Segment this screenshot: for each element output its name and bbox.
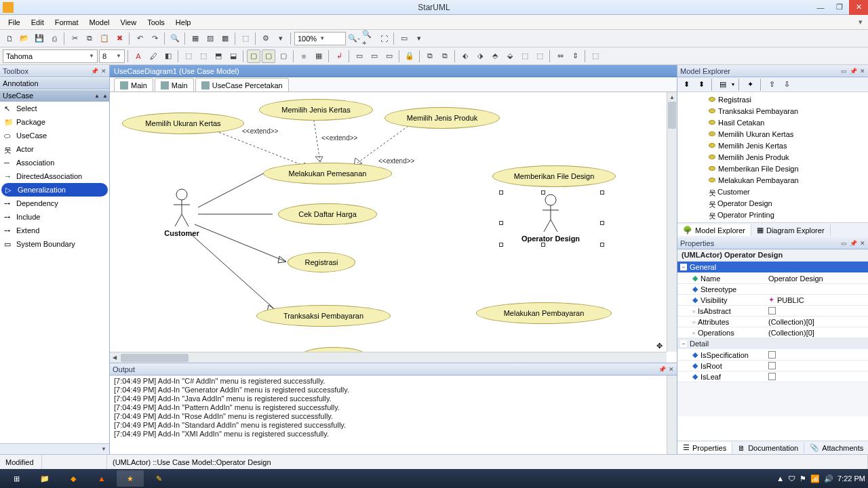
selection-handle[interactable] <box>499 190 503 195</box>
output-scrollbar[interactable] <box>667 375 677 454</box>
pin-icon[interactable]: 📌 <box>90 67 98 75</box>
group-3-button[interactable]: ▭ <box>382 49 396 63</box>
layer-1-button[interactable]: ⧉ <box>423 49 437 63</box>
usecase-section[interactable]: UseCase ▲ ▲ <box>0 89 109 102</box>
maximize-panel-icon[interactable]: ▭ <box>840 239 848 247</box>
copy-button[interactable]: ⧉ <box>83 32 96 45</box>
actor-customer[interactable]: Customer <box>164 188 199 237</box>
tree-item[interactable]: 웃Operator Printing <box>677 209 868 220</box>
checkbox[interactable] <box>768 362 776 369</box>
category-detail[interactable]: −Detail <box>677 338 868 350</box>
pin-icon[interactable]: 📌 <box>849 239 857 247</box>
scroll-up-icon[interactable]: ▲ <box>667 92 677 102</box>
prop-isspec-row[interactable]: ◆IsSpecification <box>677 350 868 361</box>
tree-item[interactable]: Memilih Ukuran Kertas <box>677 128 868 140</box>
fill-color-button[interactable]: 🖊 <box>146 49 160 63</box>
find-button[interactable]: 🔍 <box>168 32 182 45</box>
scroll-left-icon[interactable]: ◀ <box>110 354 119 361</box>
flag-icon[interactable]: ⚑ <box>800 474 806 483</box>
menu-help[interactable]: Help <box>170 17 197 28</box>
selection-handle[interactable] <box>541 243 545 247</box>
prop-isroot-row[interactable]: ◆IsRoot <box>677 361 868 371</box>
align-c-button[interactable]: ⬘ <box>488 49 502 63</box>
align-button-2[interactable]: ▦ <box>312 49 326 63</box>
system-tray[interactable]: ▲ 🛡 ⚑ 📶 🔊 7:22 PM <box>776 474 865 483</box>
menu-overflow-icon[interactable]: ▾ <box>856 18 865 26</box>
tool-button-5[interactable]: ⚙ <box>259 32 273 45</box>
group-1-button[interactable]: ▭ <box>353 49 366 63</box>
align-r-button[interactable]: ⬗ <box>473 49 487 63</box>
scroll-up-icon[interactable]: ▲ <box>94 93 100 99</box>
maximize-button[interactable]: ❐ <box>830 0 849 15</box>
task-file-explorer[interactable]: 📁 <box>31 470 58 487</box>
tree-item[interactable]: Hasil Cetakan <box>677 117 868 128</box>
checkbox[interactable] <box>768 351 776 359</box>
collapse-icon[interactable]: − <box>680 264 687 270</box>
selection-handle[interactable] <box>499 243 503 247</box>
usecase-melakukan-pemesanan[interactable]: Melakukan Pemesanan <box>263 163 392 184</box>
task-app-2[interactable]: ▲ <box>88 470 115 487</box>
collapse-icon[interactable]: − <box>680 340 687 347</box>
filter-button[interactable]: ▤ <box>717 79 729 91</box>
tab-documentation[interactable]: 🗎Documentation <box>732 443 804 453</box>
align-t-button[interactable]: ⬙ <box>503 49 517 63</box>
menu-model[interactable]: Model <box>84 17 115 28</box>
selection-handle[interactable] <box>600 243 604 247</box>
new-button[interactable]: 🗋 <box>3 32 16 45</box>
prop-attributes-row[interactable]: ▫Attributes(Collection)[0] <box>677 317 868 327</box>
usecase-memberikan-file-design[interactable]: Memberikan File Design <box>492 165 616 187</box>
category-general[interactable]: −General <box>677 262 868 273</box>
clock[interactable]: 7:22 PM <box>837 474 865 483</box>
task-staruml[interactable]: ★ <box>117 470 144 487</box>
style-1-button[interactable]: ⬚ <box>182 49 195 63</box>
dist-h-button[interactable]: ⇔ <box>553 49 567 63</box>
nav-down-button[interactable]: ⇩ <box>781 79 793 91</box>
checkbox[interactable] <box>768 373 776 380</box>
open-button[interactable]: 📂 <box>18 32 31 45</box>
usecase-memilih-jenis-kertas[interactable]: Memilih Jenis Kertas <box>259 99 373 121</box>
layer-2-button[interactable]: ⧉ <box>438 49 452 63</box>
font-size-combo[interactable]: 8 ▼ <box>99 49 125 63</box>
paste-button[interactable]: 📋 <box>98 32 111 45</box>
close-panel-icon[interactable]: ✕ <box>859 67 867 75</box>
style-4-button[interactable]: ⬓ <box>226 49 240 63</box>
menu-edit[interactable]: Edit <box>26 17 50 28</box>
shield-icon[interactable]: 🛡 <box>788 474 795 483</box>
tab-main-2[interactable]: Main <box>155 78 194 92</box>
annotation-section[interactable]: Annotation <box>0 77 109 89</box>
align-l-button[interactable]: ⬖ <box>458 49 472 63</box>
usecase-memilih-ukuran-kertas[interactable]: Memilih Ukuran Kertas <box>122 113 244 134</box>
lock-button[interactable]: 🔒 <box>403 49 416 63</box>
save-button[interactable]: 💾 <box>33 32 46 45</box>
menu-view[interactable]: View <box>115 17 142 28</box>
group-2-button[interactable]: ▭ <box>368 49 381 63</box>
tool-select[interactable]: ↖Select <box>0 102 109 115</box>
tool-actor[interactable]: 웃Actor <box>0 142 109 156</box>
task-app-1[interactable]: ◆ <box>60 470 87 487</box>
usecase-registrasi[interactable]: Registrasi <box>288 252 355 272</box>
align-m-button[interactable]: ⬚ <box>518 49 532 63</box>
tool-dropdown-icon[interactable]: ▾ <box>274 32 288 45</box>
tool-system-boundary[interactable]: ▭System Boundary <box>0 237 109 251</box>
wrap-button[interactable]: ↲ <box>332 49 346 63</box>
close-panel-icon[interactable]: ✕ <box>667 365 675 373</box>
usecase-memilih-jenis-produk[interactable]: Memilih Jenis Produk <box>384 107 500 129</box>
close-button[interactable]: ✕ <box>849 0 868 15</box>
scroll-down-icon[interactable]: ▼ <box>101 446 106 452</box>
selection-handle[interactable] <box>499 221 503 225</box>
refresh-button[interactable]: ✦ <box>744 79 756 91</box>
chevron-down-icon[interactable]: ▾ <box>732 81 734 87</box>
tool-button-2[interactable]: ▨ <box>203 32 217 45</box>
fit-button[interactable]: ⛶ <box>377 32 391 45</box>
scroll-thumb[interactable] <box>668 102 676 129</box>
tab-attachments[interactable]: 📎Attachments <box>804 442 868 453</box>
tool-button-3[interactable]: ▩ <box>218 32 232 45</box>
output-body[interactable]: [7:04:49 PM] Add-In "C# AddIn" menu is r… <box>110 375 677 454</box>
tab-model-explorer[interactable]: 🌳Model Explorer <box>677 224 751 236</box>
nav-up-button[interactable]: ⇧ <box>766 79 778 91</box>
undo-button[interactable]: ↶ <box>133 32 146 45</box>
pan-icon[interactable]: ✥ <box>656 342 666 351</box>
tree-item[interactable]: Registrasi <box>677 94 868 105</box>
selection-handle[interactable] <box>600 190 604 195</box>
sort-button-2[interactable]: ⬍ <box>695 79 707 91</box>
